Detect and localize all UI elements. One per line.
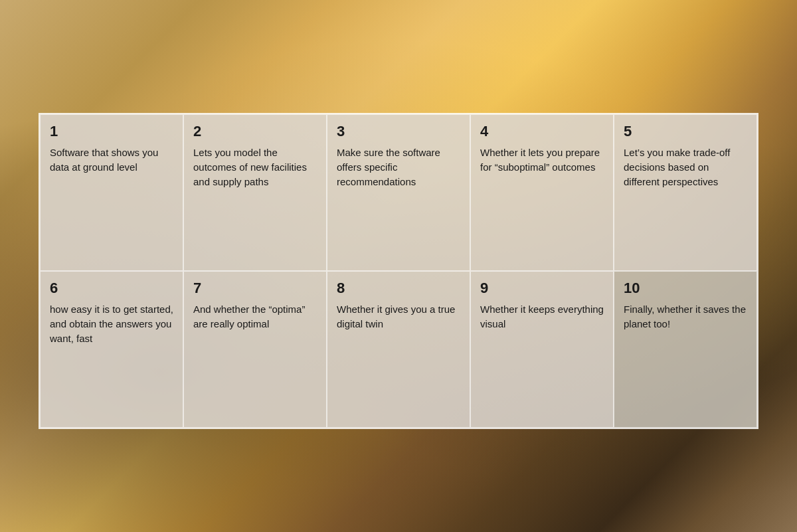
card-5-text: Let’s you make trade-off decisions based… xyxy=(624,145,747,189)
card-3: 3Make sure the software offers specific … xyxy=(327,114,470,271)
card-2-text: Lets you model the outcomes of new facil… xyxy=(193,145,317,189)
card-10-text: Finally, whether it saves the planet too… xyxy=(624,302,747,331)
card-1: 1Software that shows you data at ground … xyxy=(40,114,183,271)
card-4: 4Whether it lets you prepare for “subopt… xyxy=(470,114,614,271)
card-2-number: 2 xyxy=(193,124,317,139)
card-9: 9Whether it keeps everything visual xyxy=(470,271,614,428)
card-8-text: Whether it gives you a true digital twin xyxy=(337,302,460,331)
card-8-number: 8 xyxy=(337,281,460,296)
card-1-text: Software that shows you data at ground l… xyxy=(50,145,173,175)
card-3-number: 3 xyxy=(337,124,460,139)
card-6: 6how easy it is to get started, and obta… xyxy=(40,271,183,428)
card-5-number: 5 xyxy=(624,124,747,139)
card-4-text: Whether it lets you prepare for “subopti… xyxy=(480,145,604,175)
card-9-number: 9 xyxy=(480,281,604,296)
card-8: 8 Whether it gives you a true digital tw… xyxy=(327,271,470,428)
card-10: 10Finally, whether it saves the planet t… xyxy=(614,271,757,428)
card-2: 2Lets you model the outcomes of new faci… xyxy=(183,114,327,271)
card-10-number: 10 xyxy=(624,281,747,296)
card-9-text: Whether it keeps everything visual xyxy=(480,302,604,331)
card-4-number: 4 xyxy=(480,124,604,139)
card-5: 5Let’s you make trade-off decisions base… xyxy=(614,114,757,271)
card-7-number: 7 xyxy=(193,281,317,296)
card-grid: 1Software that shows you data at ground … xyxy=(39,113,758,429)
card-6-text: how easy it is to get started, and obtai… xyxy=(50,302,173,345)
card-6-number: 6 xyxy=(50,281,173,296)
card-7-text: And whether the “optima” are really opti… xyxy=(193,302,317,331)
card-7: 7And whether the “optima” are really opt… xyxy=(183,271,327,428)
card-3-text: Make sure the software offers specific r… xyxy=(337,145,460,189)
card-1-number: 1 xyxy=(50,124,173,139)
